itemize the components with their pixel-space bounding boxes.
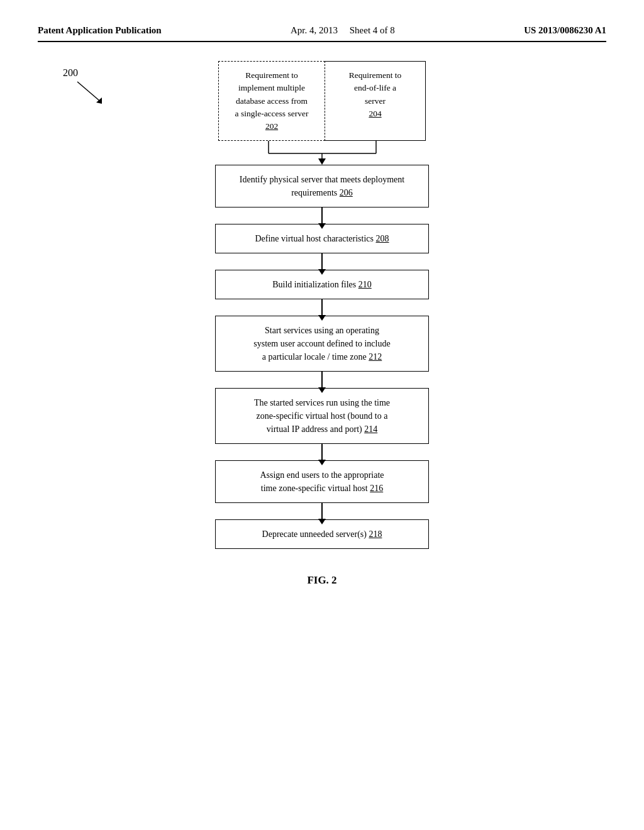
- arrow-208-210: [321, 253, 323, 270]
- top-boxes-row: Requirement to implement multiple databa…: [218, 61, 426, 141]
- date-label: Apr. 4, 2013: [291, 25, 338, 35]
- publication-label: Patent Application Publication: [38, 25, 162, 36]
- arrow-212-214: [321, 372, 323, 388]
- date-sheet-label: Apr. 4, 2013 Sheet 4 of 8: [291, 25, 395, 36]
- box-202: Requirement to implement multiple databa…: [218, 61, 325, 141]
- svg-marker-6: [318, 158, 326, 165]
- sheet-label: Sheet 4 of 8: [350, 25, 395, 35]
- box-214: The started services run using the time …: [215, 388, 429, 444]
- diagram-area: 200 Requirement to implement multiple da…: [38, 61, 606, 587]
- ref-200: 200: [63, 67, 78, 79]
- box-206: Identify physical server that meets depl…: [215, 165, 429, 208]
- page-header: Patent Application Publication Apr. 4, 2…: [38, 25, 606, 42]
- figure-label: FIG. 2: [38, 574, 606, 587]
- flowchart: Requirement to implement multiple databa…: [38, 61, 606, 549]
- arrow-206-208: [321, 208, 323, 224]
- converge-arrows: [214, 141, 431, 165]
- svg-line-0: [77, 82, 99, 101]
- arrow-216-218: [321, 503, 323, 519]
- box-212: Start services using an operating system…: [215, 316, 429, 372]
- patent-number-label: US 2013/0086230 A1: [524, 25, 606, 36]
- ref-arrow: [74, 79, 106, 106]
- arrow-210-212: [321, 299, 323, 316]
- box-216: Assign end users to the appropriate time…: [215, 460, 429, 503]
- arrow-214-216: [321, 444, 323, 460]
- page: Patent Application Publication Apr. 4, 2…: [0, 0, 644, 830]
- box-204: Requirement to end-of-life a server 204: [325, 61, 426, 141]
